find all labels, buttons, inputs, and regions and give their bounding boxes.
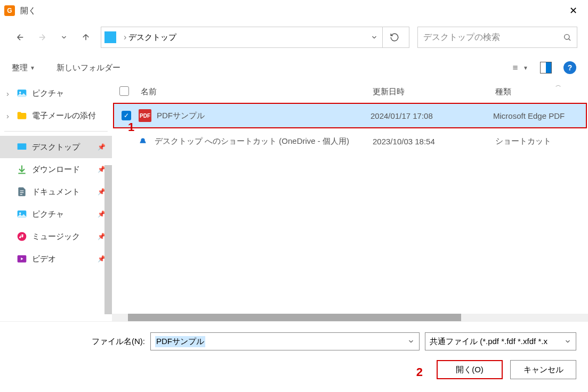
bottom-area: ファイル名(N): PDFサンプル 共通ファイル (*.pdf *.fdf *.… [0, 322, 588, 385]
svg-point-8 [141, 138, 144, 142]
file-list: 名前 更新日時 種類 ︿ ✓ PDF PDFサンプル 2024/01/17 17… [112, 82, 588, 321]
file-header: 名前 更新日時 種類 ︿ [112, 82, 588, 102]
refresh-button[interactable] [382, 27, 406, 48]
chevron-right-icon: › [6, 89, 16, 98]
chevron-right-icon: › [6, 111, 16, 120]
tree-item-email[interactable]: › 電子メールの添付 [0, 104, 112, 127]
cancel-button-label: キャンセル [523, 365, 563, 375]
svg-point-2 [19, 92, 21, 93]
tree-label: ピクチャ [32, 88, 64, 99]
list-view-icon [512, 62, 518, 73]
tree-item-music[interactable]: ミュージック 📌 [0, 225, 112, 248]
tree-label: ピクチャ [32, 209, 64, 219]
file-name: デスクトップ へのショートカット (OneDrive - 個人用) [155, 136, 373, 146]
annotation-2: 2 [416, 365, 423, 379]
arrow-left-icon [15, 32, 25, 42]
toolbar-right: ▼ ? [512, 60, 576, 76]
checkbox-checked-icon: ✓ [122, 111, 131, 120]
search-input[interactable]: デスクトップの検索 [417, 27, 577, 48]
help-button[interactable]: ? [563, 61, 576, 74]
arrow-right-icon [37, 32, 47, 42]
tree-item-desktop[interactable]: デスクトップ 📌 [0, 136, 112, 158]
preview-pane-button[interactable] [538, 60, 554, 76]
file-checkbox-wrap[interactable]: ✓ [122, 111, 139, 120]
pictures-icon [16, 208, 28, 220]
breadcrumb-bar[interactable]: › デスクトップ [101, 27, 409, 48]
divider [4, 131, 108, 132]
music-icon [16, 231, 28, 242]
file-type: Microsoft Edge PDF [493, 111, 578, 120]
folder-icon [16, 110, 28, 121]
close-button[interactable]: ✕ [562, 0, 584, 21]
open-button-label: 開く(O) [456, 365, 484, 375]
desktop-icon [16, 141, 28, 153]
chevron-down-icon[interactable] [564, 338, 571, 345]
tree-item-pictures[interactable]: ピクチャ 📌 [0, 203, 112, 225]
tree-label: ドキュメント [32, 187, 80, 197]
scrollbar-horizontal[interactable] [112, 314, 588, 321]
back-button[interactable] [11, 28, 30, 47]
file-row[interactable]: デスクトップ へのショートカット (OneDrive - 個人用) 2023/1… [112, 129, 588, 153]
dropdown-icon: ▼ [30, 65, 35, 71]
button-row: 開く(O) キャンセル [12, 360, 576, 379]
close-icon: ✕ [569, 5, 577, 17]
filetype-value: 共通ファイル (*.pdf *.fdf *.xfdf *.x [430, 337, 547, 347]
chevron-down-icon[interactable] [407, 338, 415, 345]
open-button[interactable]: 開く(O) [437, 360, 503, 379]
shortcut-icon [136, 135, 149, 148]
tree-item-downloads[interactable]: ダウンロード 📌 [0, 158, 112, 181]
svg-rect-3 [18, 143, 27, 150]
tree-item-video[interactable]: ビデオ 📌 [0, 248, 112, 270]
forward-button[interactable] [33, 28, 52, 47]
titlebar: G 開く ✕ [0, 0, 588, 21]
app-icon: G [4, 5, 15, 16]
column-name-header[interactable]: 名前 [141, 87, 373, 97]
cancel-button[interactable]: キャンセル [510, 360, 576, 379]
tree-label: ビデオ [32, 254, 56, 264]
file-row-selected[interactable]: ✓ PDF PDFサンプル 2024/01/17 17:08 Microsoft… [113, 103, 587, 128]
pin-icon: 📌 [98, 143, 106, 151]
annotation-1: 1 [128, 120, 134, 134]
video-icon [16, 253, 28, 265]
new-folder-label: 新しいフォルダー [57, 63, 120, 73]
breadcrumb-dropdown[interactable] [366, 34, 382, 41]
up-button[interactable] [76, 28, 95, 47]
new-folder-button[interactable]: 新しいフォルダー [57, 63, 120, 73]
tree-item-documents[interactable]: ドキュメント 📌 [0, 181, 112, 203]
chevron-down-icon [370, 34, 378, 41]
tree-label: デスクトップ [32, 142, 80, 152]
file-name: PDFサンプル [157, 111, 370, 121]
sort-indicator-icon: ︿ [555, 81, 561, 89]
tree-item-pictures-top[interactable]: › ピクチャ [0, 82, 112, 104]
scrollbar-thumb[interactable] [128, 314, 461, 321]
breadcrumb-location[interactable]: デスクトップ [128, 32, 176, 43]
document-icon [16, 186, 28, 198]
column-type-header[interactable]: 種類 [495, 87, 581, 97]
checkbox-header[interactable] [119, 86, 129, 96]
filename-value: PDFサンプル [155, 336, 205, 347]
svg-point-5 [19, 213, 21, 214]
organize-label: 整理 [12, 63, 28, 73]
refresh-icon [390, 32, 399, 42]
column-date-header[interactable]: 更新日時 [373, 87, 495, 97]
chevron-down-icon [60, 34, 68, 41]
download-icon [16, 164, 28, 175]
filename-row: ファイル名(N): PDFサンプル 共通ファイル (*.pdf *.fdf *.… [12, 332, 576, 350]
arrow-up-icon [81, 32, 91, 42]
tree-label: 電子メールの添付 [32, 111, 96, 121]
column-check[interactable] [119, 86, 141, 97]
svg-point-0 [565, 35, 569, 39]
organize-menu[interactable]: 整理 ▼ [12, 63, 35, 73]
filetype-select[interactable]: 共通ファイル (*.pdf *.fdf *.xfdf *.x [425, 332, 576, 350]
pdf-file-icon: PDF [139, 109, 151, 122]
file-type: ショートカット [495, 136, 581, 146]
search-placeholder: デスクトップの検索 [423, 32, 500, 43]
sidebar: › ピクチャ › 電子メールの添付 デスクトップ 📌 ダウンロード [0, 82, 112, 321]
breadcrumb-separator: › [124, 32, 126, 42]
scrollbar-vertical[interactable] [104, 165, 112, 314]
tree-label: ミュージック [32, 232, 80, 242]
recent-button[interactable] [54, 28, 74, 47]
view-menu[interactable]: ▼ [512, 60, 528, 76]
filename-input[interactable]: PDFサンプル [150, 332, 420, 350]
filename-label: ファイル名(N): [92, 337, 145, 347]
